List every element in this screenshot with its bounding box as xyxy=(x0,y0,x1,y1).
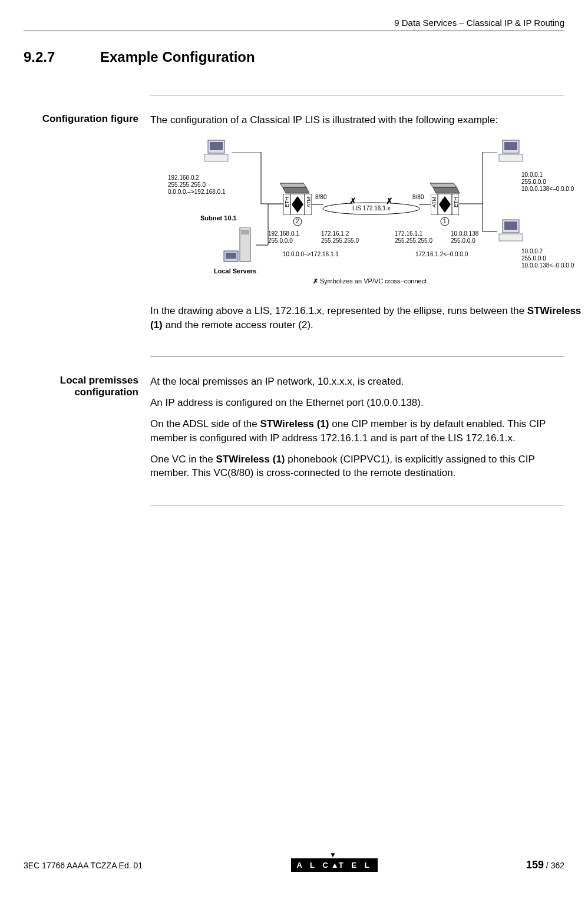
svg-rect-6 xyxy=(226,253,236,259)
subnet-label: Subnet 10.1 xyxy=(200,214,237,222)
desc-part-a: In the drawing above a LIS, 172.16.1.x, … xyxy=(150,305,527,316)
badge-2-text: 2 xyxy=(296,218,299,225)
chapter-header: 9 Data Services – Classical IP & IP Rout… xyxy=(24,18,564,28)
router2-atm-ip: 172.16.1.2 255.255.255.0 xyxy=(321,230,359,244)
router1-atm-label: ATM xyxy=(431,197,438,207)
router2-route: 10.0.0.0–>172.16.1.1 xyxy=(283,251,339,258)
router2-eth-ip: 192.168.0.1 255.0.0.0 xyxy=(268,230,299,244)
lp-p3: On the ADSL side of the STWireless (1) o… xyxy=(150,417,564,445)
svg-rect-1 xyxy=(210,142,223,150)
router1-route: 172.16.1.2<–0.0.0.0 xyxy=(415,251,468,258)
cross-right: ✗ xyxy=(386,196,393,206)
svg-rect-28 xyxy=(504,222,517,230)
page-sep: / xyxy=(544,861,551,870)
pc-left-icon xyxy=(203,139,233,166)
badge-1-text: 1 xyxy=(443,218,447,225)
link-pc-left xyxy=(232,152,285,205)
link-r1-pcs xyxy=(459,152,500,234)
lp-p4b: STWireless (1) xyxy=(216,454,285,465)
local-premisses-content: At the local premisses an IP network, 10… xyxy=(150,375,564,487)
lp-p4: One VC in the STWireless (1) phonebook (… xyxy=(150,452,564,481)
network-diagram: 192.168.0.2 255.255.255.0 0.0.0.0.–>192.… xyxy=(168,139,588,292)
pc-right1-ip: 10.0.0.1 255.0.0.0 10.0.0.138<–0.0.0.0 xyxy=(521,171,574,193)
svg-rect-26 xyxy=(499,154,523,161)
local-premisses-label: Local premisses configuration xyxy=(24,375,150,487)
lp-p3a: On the ADSL side of the xyxy=(150,418,260,429)
config-figure-label: Configuration figure xyxy=(24,113,150,339)
svg-rect-2 xyxy=(204,154,228,161)
pc-right2-icon xyxy=(498,219,527,245)
svg-rect-25 xyxy=(504,142,517,150)
link-r2-lis xyxy=(312,204,323,205)
server-icon xyxy=(221,227,256,266)
cross-left: ✗ xyxy=(349,196,356,206)
local-servers-label: Local Servers xyxy=(214,267,256,275)
symbolize-text: Symbolizes an VP/VC cross–connect xyxy=(320,277,427,285)
section-title: Example Configuration xyxy=(100,49,255,65)
doc-reference: 3EC 17766 AAAA TCZZA Ed. 01 xyxy=(24,861,143,870)
cross-icon: ✗ xyxy=(313,277,318,285)
alcatel-logo: A L C▲T E L xyxy=(291,858,378,872)
pc-right1-icon xyxy=(498,139,527,166)
router1-atm-ip: 172.16.1.1 255.255.255.0 xyxy=(395,230,432,244)
router2-atm-label: ATM xyxy=(305,197,313,207)
svg-rect-4 xyxy=(241,230,249,234)
config-desc: In the drawing above a LIS, 172.16.1.x, … xyxy=(150,304,588,332)
svg-marker-17 xyxy=(433,187,460,193)
svg-marker-8 xyxy=(280,183,306,187)
config-figure-block: Configuration figure The configuration o… xyxy=(24,113,564,339)
header-rule xyxy=(24,31,564,31)
local-premisses-block: Local premisses configuration At the loc… xyxy=(24,375,564,487)
pc-left-ip: 192.168.0.2 255.255.255.0 0.0.0.0.–>192.… xyxy=(168,174,226,196)
desc-part-c: and the remote access router (2). xyxy=(163,319,313,330)
symbolize-legend: ✗ Symbolizes an VP/VC cross–connect xyxy=(295,270,427,293)
page-number: 159 / 362 xyxy=(526,859,564,871)
section-heading: 9.2.7Example Configuration xyxy=(24,49,564,65)
section-number: 9.2.7 xyxy=(24,49,100,65)
lis-label: LIS 172.16.1.x xyxy=(352,205,391,212)
page-current: 159 xyxy=(526,859,544,871)
router2-eth-label: ETH xyxy=(283,197,291,207)
svg-marker-7 xyxy=(283,187,309,193)
section-divider-3 xyxy=(150,505,564,505)
lp-p1: At the local premisses an IP network, 10… xyxy=(150,375,564,389)
pc-right2-ip: 10.0.0.2 255.0.0.0 10.0.0.138<–0.0.0.0 xyxy=(521,248,574,269)
page-footer: 3EC 17766 AAAA TCZZA Ed. 01 A L C▲T E L … xyxy=(24,858,564,872)
section-divider xyxy=(150,95,564,95)
lp-p4a: One VC in the xyxy=(150,454,216,465)
section-divider-2 xyxy=(150,356,564,357)
config-figure-content: The configuration of a Classical IP LIS … xyxy=(150,113,588,339)
svg-marker-18 xyxy=(430,183,457,187)
svg-rect-29 xyxy=(499,234,523,241)
lp-p3b: STWireless (1) xyxy=(260,418,329,429)
link-r1-lis xyxy=(419,204,431,205)
lp-p2: An IP address is configured on the Ether… xyxy=(150,396,564,410)
config-intro: The configuration of a Classical IP LIS … xyxy=(150,113,588,127)
page-total: 362 xyxy=(551,861,564,870)
